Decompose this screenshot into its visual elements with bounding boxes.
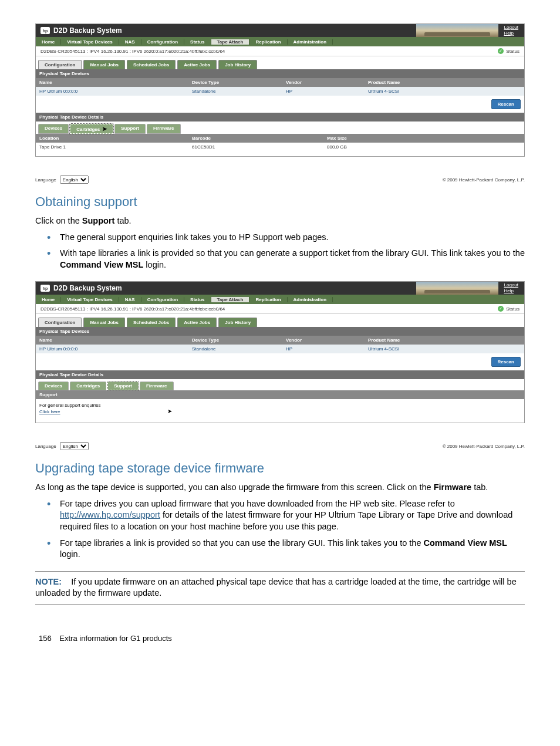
- language-select[interactable]: English: [60, 442, 89, 450]
- table-row[interactable]: HP Ultrium 0:0:0:0 Standalone HP Ultrium…: [36, 345, 524, 353]
- subtab-configuration[interactable]: Configuration: [38, 60, 82, 69]
- device-table: Name Device Type Vendor Product Name HP …: [36, 336, 524, 353]
- screenshot-support-tab: hp D2D Backup System Logout Help Home Vi…: [35, 281, 525, 423]
- device-id-string: D2DBS-CR20545113 : IPV4 16.26.130.91 : I…: [41, 306, 225, 312]
- nav-replication[interactable]: Replication: [249, 297, 287, 302]
- dtab-devices[interactable]: Devices: [38, 124, 69, 134]
- panel-device-details: Physical Tape Device Details: [36, 370, 524, 379]
- hp-logo-icon: hp: [41, 285, 50, 292]
- status-ok-icon: ✓: [498, 306, 504, 312]
- cell-product: Ultrium 4-SCSI: [365, 87, 524, 96]
- dtab-cartridges[interactable]: Cartridges: [70, 382, 106, 390]
- nav-home[interactable]: Home: [36, 39, 61, 45]
- col-product-name: Product Name: [365, 336, 524, 345]
- nav-home[interactable]: Home: [36, 297, 61, 302]
- panel-physical-tape-devices: Physical Tape Devices: [36, 69, 524, 78]
- subtab-manual-jobs[interactable]: Manual Jobs: [83, 60, 124, 69]
- body-text: Click on the Support tab.: [35, 215, 525, 227]
- subtab-scheduled-jobs[interactable]: Scheduled Jobs: [127, 60, 176, 69]
- subtab-active-jobs[interactable]: Active Jobs: [177, 318, 217, 327]
- cell-location: Tape Drive 1: [36, 143, 188, 151]
- language-label: Language: [35, 177, 56, 183]
- help-link[interactable]: Help: [504, 288, 518, 294]
- subtab-manual-jobs[interactable]: Manual Jobs: [83, 318, 124, 327]
- table-row[interactable]: HP Ultrium 0:0:0:0 Standalone HP Ultrium…: [36, 87, 524, 96]
- language-label: Language: [35, 444, 56, 449]
- cell-name: HP Ultrium 0:0:0:0: [36, 87, 188, 96]
- list-item: The general support enquiries link takes…: [60, 232, 525, 244]
- col-device-type: Device Type: [188, 78, 282, 87]
- header-banner-image: [416, 24, 498, 37]
- nav-administration[interactable]: Administration: [288, 39, 333, 45]
- language-select[interactable]: English: [60, 175, 89, 184]
- nav-status[interactable]: Status: [184, 39, 211, 45]
- nav-virtual-tape[interactable]: Virtual Tape Devices: [61, 39, 119, 45]
- support-heading: Support: [36, 390, 524, 399]
- rescan-button[interactable]: Rescan: [491, 357, 521, 367]
- cursor-icon: ➤: [62, 408, 172, 414]
- col-name: Name: [36, 78, 188, 87]
- cell-barcode: 61CE58D1: [188, 143, 323, 151]
- col-location: Location: [36, 134, 188, 143]
- cell-type: Standalone: [188, 345, 282, 353]
- cell-type: Standalone: [188, 87, 282, 96]
- col-product-name: Product Name: [365, 78, 524, 87]
- list-item: For tape libraries a link is provided so…: [60, 538, 525, 561]
- heading-upgrading-firmware: Upgrading tape storage device firmware: [35, 461, 525, 476]
- status-badge: ✓ Status: [498, 48, 519, 54]
- table-row: Tape Drive 1 61CE58D1 800.0 GB: [36, 143, 524, 151]
- sub-tabs: Configuration Manual Jobs Scheduled Jobs…: [36, 56, 524, 69]
- col-vendor: Vendor: [282, 336, 365, 345]
- app-title: D2D Backup System: [53, 284, 122, 292]
- nav-status[interactable]: Status: [184, 297, 211, 302]
- dtab-support[interactable]: Support: [107, 382, 139, 390]
- copyright: © 2009 Hewlett-Packard Company, L.P.: [443, 177, 525, 183]
- nav-configuration[interactable]: Configuration: [141, 297, 184, 302]
- note-label: NOTE:: [35, 577, 62, 586]
- subtab-job-history[interactable]: Job History: [218, 60, 257, 69]
- note-text: If you update firmware on an attached ph…: [35, 577, 517, 598]
- device-table: Name Device Type Vendor Product Name HP …: [36, 78, 524, 96]
- subtab-configuration[interactable]: Configuration: [38, 318, 82, 327]
- subtab-active-jobs[interactable]: Active Jobs: [177, 60, 217, 69]
- nav-tape-attach[interactable]: Tape Attach: [211, 39, 250, 45]
- rescan-button[interactable]: Rescan: [491, 99, 521, 109]
- logout-link[interactable]: Logout: [504, 25, 518, 31]
- app-title: D2D Backup System: [53, 26, 122, 35]
- col-device-type: Device Type: [188, 336, 282, 345]
- support-click-here-link[interactable]: Click here: [39, 409, 60, 414]
- support-body: For general support enquiries Click here…: [36, 399, 524, 418]
- status-label: Status: [506, 49, 519, 54]
- nav-nas[interactable]: NAS: [119, 297, 141, 302]
- subtab-job-history[interactable]: Job History: [218, 318, 257, 327]
- cell-max-size: 800.0 GB: [323, 143, 524, 151]
- app-header: hp D2D Backup System Logout Help: [36, 24, 524, 37]
- hp-support-link[interactable]: http://www.hp.com/support: [60, 510, 160, 519]
- cursor-icon: ➤: [100, 126, 107, 132]
- nav-administration[interactable]: Administration: [288, 297, 333, 302]
- logout-link[interactable]: Logout: [504, 282, 518, 288]
- header-banner-image: [416, 282, 498, 295]
- nav-nas[interactable]: NAS: [119, 39, 141, 45]
- col-vendor: Vendor: [282, 78, 365, 87]
- nav-virtual-tape[interactable]: Virtual Tape Devices: [61, 297, 119, 302]
- sub-tabs: Configuration Manual Jobs Scheduled Jobs…: [36, 314, 524, 327]
- dtab-devices[interactable]: Devices: [38, 382, 69, 390]
- col-max-size: Max Size: [323, 134, 524, 143]
- panel-physical-tape-devices: Physical Tape Devices: [36, 327, 524, 336]
- dtab-firmware[interactable]: Firmware: [147, 124, 181, 134]
- body-text: As long as the tape device is supported,…: [35, 482, 525, 494]
- nav-replication[interactable]: Replication: [249, 39, 287, 45]
- dtab-cartridges[interactable]: Cartridges➤: [70, 124, 113, 134]
- subtab-scheduled-jobs[interactable]: Scheduled Jobs: [127, 318, 176, 327]
- list-item: With tape libraries a link is provided s…: [60, 248, 525, 271]
- top-nav: Home Virtual Tape Devices NAS Configurat…: [36, 295, 524, 304]
- dtab-firmware[interactable]: Firmware: [140, 382, 174, 390]
- list-item: For tape drives you can upload firmware …: [60, 498, 525, 533]
- nav-tape-attach[interactable]: Tape Attach: [211, 297, 250, 302]
- dtab-support[interactable]: Support: [114, 124, 146, 134]
- nav-configuration[interactable]: Configuration: [141, 39, 184, 45]
- page-section-title: Extra information for G1 products: [59, 634, 171, 643]
- support-text: For general support enquiries: [39, 403, 521, 408]
- help-link[interactable]: Help: [504, 31, 518, 36]
